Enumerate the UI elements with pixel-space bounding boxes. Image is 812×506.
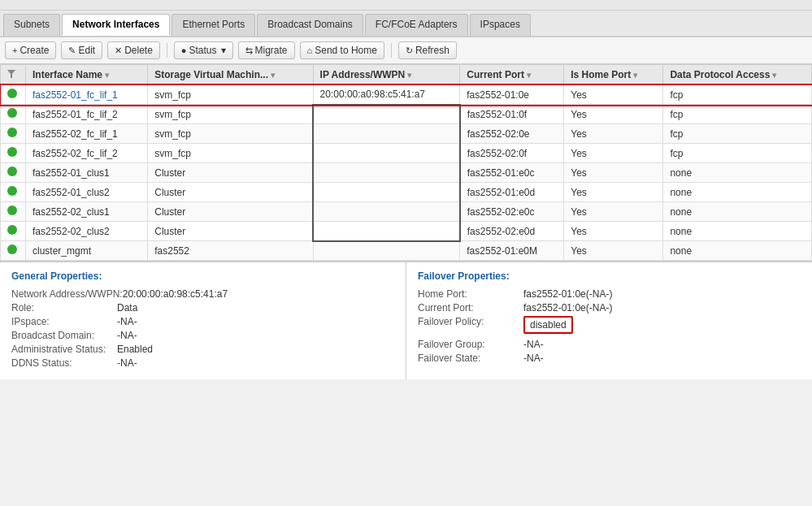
col-header-is_home_port[interactable]: Is Home Port▾: [564, 65, 663, 85]
current-port-cell: fas2552-01:0f: [460, 105, 564, 124]
detail-value: -NA-: [117, 316, 137, 327]
detail-row: Current Port:fas2552-01:0e(-NA-): [418, 302, 801, 314]
current-port-cell: fas2552-02:0e: [460, 124, 564, 144]
filter-icon: [7, 70, 15, 78]
tab-network-interfaces[interactable]: Network Interfaces: [62, 14, 170, 36]
storage-vm-cell: Cluster: [148, 222, 313, 241]
tab-subnets[interactable]: Subnets: [3, 14, 60, 36]
edit-button[interactable]: ✎Edit: [61, 41, 102, 59]
status-cell: [1, 105, 26, 124]
data-protocol-cell: none: [663, 241, 812, 261]
detail-row: Home Port:fas2552-01:0e(-NA-): [418, 288, 801, 300]
send-to-home-button-icon: ⌂: [307, 45, 313, 55]
migrate-button[interactable]: ⇆Migrate: [238, 41, 295, 59]
table-row[interactable]: fas2552-02_fc_lif_1svm_fcpfas2552-02:0eY…: [1, 124, 812, 144]
detail-label: Home Port:: [418, 288, 523, 300]
tab-fc-fcoe[interactable]: FC/FCoE Adapters: [365, 14, 468, 36]
status-cell: [1, 183, 26, 202]
ip-wwpn-cell: [313, 124, 460, 144]
is-home-port-cell: Yes: [564, 163, 663, 183]
create-button[interactable]: +Create: [5, 41, 56, 59]
detail-row: DDNS Status:-NA-: [11, 357, 394, 369]
tab-ethernet-ports[interactable]: Ethernet Ports: [172, 14, 255, 36]
detail-value: 20:00:00:a0:98:c5:41:a7: [123, 288, 228, 300]
col-header-interface_name[interactable]: Interface Name▾: [26, 65, 148, 85]
create-button-icon: +: [12, 45, 17, 55]
failover-policy-value: disabled: [523, 316, 573, 334]
delete-button[interactable]: ✕Delete: [107, 41, 160, 59]
table-row[interactable]: fas2552-01_fc_lif_1svm_fcp20:00:00:a0:98…: [1, 85, 812, 105]
status-button[interactable]: ●Status▾: [174, 41, 233, 59]
status-cell: [1, 163, 26, 183]
edit-button-icon: ✎: [68, 45, 76, 56]
table-row[interactable]: fas2552-02_fc_lif_2svm_fcpfas2552-02:0fY…: [1, 144, 812, 163]
refresh-button[interactable]: ↻Refresh: [398, 41, 457, 59]
detail-row: Failover Group:-NA-: [418, 339, 801, 350]
status-cell: [1, 124, 26, 144]
interface-name-cell: fas2552-02_fc_lif_2: [26, 144, 148, 163]
ip-wwpn-cell: [313, 144, 460, 163]
status-dot: [7, 225, 17, 235]
tab-ipspaces[interactable]: IPspaces: [470, 14, 531, 36]
table-row[interactable]: fas2552-02_clus2Clusterfas2552-02:e0dYes…: [1, 222, 812, 241]
table-row[interactable]: cluster_mgmtfas2552fas2552-01:e0MYesnone: [1, 241, 812, 261]
storage-vm-cell: fas2552: [148, 241, 313, 261]
failover-properties-box: Failover Properties:Home Port:fas2552-01…: [406, 262, 812, 379]
detail-value: -NA-: [523, 339, 544, 350]
storage-vm-cell: Cluster: [148, 183, 313, 202]
detail-label: Broadcast Domain:: [11, 330, 117, 341]
sort-icon-interface_name: ▾: [105, 71, 109, 80]
col-header-data_protocol[interactable]: Data Protocol Access▾: [663, 65, 812, 85]
sort-icon-is_home_port: ▾: [633, 71, 637, 80]
storage-vm-cell: Cluster: [148, 202, 313, 222]
detail-label: Failover Policy:: [418, 316, 523, 336]
detail-row: Failover Policy:disabled: [418, 316, 801, 336]
status-dot: [7, 186, 17, 196]
toolbar-separator: [167, 43, 167, 58]
tab-broadcast-domains[interactable]: Broadcast Domains: [257, 14, 363, 36]
table-row[interactable]: fas2552-01_clus2Clusterfas2552-01:e0dYes…: [1, 183, 812, 202]
storage-vm-cell: Cluster: [148, 163, 313, 183]
current-port-cell: fas2552-01:e0d: [460, 183, 564, 202]
col-header-storage_vm[interactable]: Storage Virtual Machin...▾: [148, 65, 313, 85]
table-row[interactable]: fas2552-01_fc_lif_2svm_fcpfas2552-01:0fY…: [1, 105, 812, 124]
status-dot: [7, 147, 17, 157]
is-home-port-cell: Yes: [564, 124, 663, 144]
is-home-port-cell: Yes: [564, 183, 663, 202]
col-header-ip_wwpn[interactable]: IP Address/WWPN▾: [313, 65, 460, 85]
general-properties-box: General Properties:Network Address/WWPN:…: [0, 262, 406, 379]
ip-wwpn-cell: [313, 202, 460, 222]
detail-value: fas2552-01:0e(-NA-): [523, 288, 612, 300]
detail-value: -NA-: [117, 330, 137, 341]
status-cell: [1, 202, 26, 222]
interface-name-cell: cluster_mgmt: [26, 241, 148, 261]
status-dot: [7, 167, 17, 176]
status-button-icon: ●: [181, 45, 187, 55]
detail-label: IPspace:: [11, 316, 117, 327]
col-header-current_port[interactable]: Current Port▾: [460, 65, 564, 85]
detail-row: Network Address/WWPN:20:00:00:a0:98:c5:4…: [11, 288, 394, 300]
current-port-cell: fas2552-02:0f: [460, 144, 564, 163]
tabs-bar: SubnetsNetwork InterfacesEthernet PortsB…: [0, 11, 812, 37]
status-cell: [1, 144, 26, 163]
sort-icon-data_protocol: ▾: [772, 71, 776, 80]
detail-label: Failover Group:: [418, 339, 523, 350]
storage-vm-cell: svm_fcp: [148, 144, 313, 163]
current-port-cell: fas2552-02:e0d: [460, 222, 564, 241]
interface-name-cell: fas2552-02_clus1: [26, 202, 148, 222]
detail-label: DDNS Status:: [11, 357, 117, 369]
ip-wwpn-cell: [313, 222, 460, 241]
ip-wwpn-cell: [313, 163, 460, 183]
col-header-status[interactable]: [1, 65, 26, 85]
toolbar: +Create✎Edit✕Delete●Status▾⇆Migrate⌂Send…: [0, 37, 812, 64]
sort-icon-ip_wwpn: ▾: [407, 71, 411, 80]
status-dot: [7, 205, 17, 215]
send-to-home-button[interactable]: ⌂Send to Home: [300, 41, 384, 59]
is-home-port-cell: Yes: [564, 241, 663, 261]
interface-name-cell: fas2552-01_fc_lif_2: [26, 105, 148, 124]
table-row[interactable]: fas2552-02_clus1Clusterfas2552-02:e0cYes…: [1, 202, 812, 222]
table-row[interactable]: fas2552-01_clus1Clusterfas2552-01:e0cYes…: [1, 163, 812, 183]
data-protocol-cell: fcp: [663, 105, 812, 124]
data-protocol-cell: none: [663, 163, 812, 183]
status-cell: [1, 241, 26, 261]
